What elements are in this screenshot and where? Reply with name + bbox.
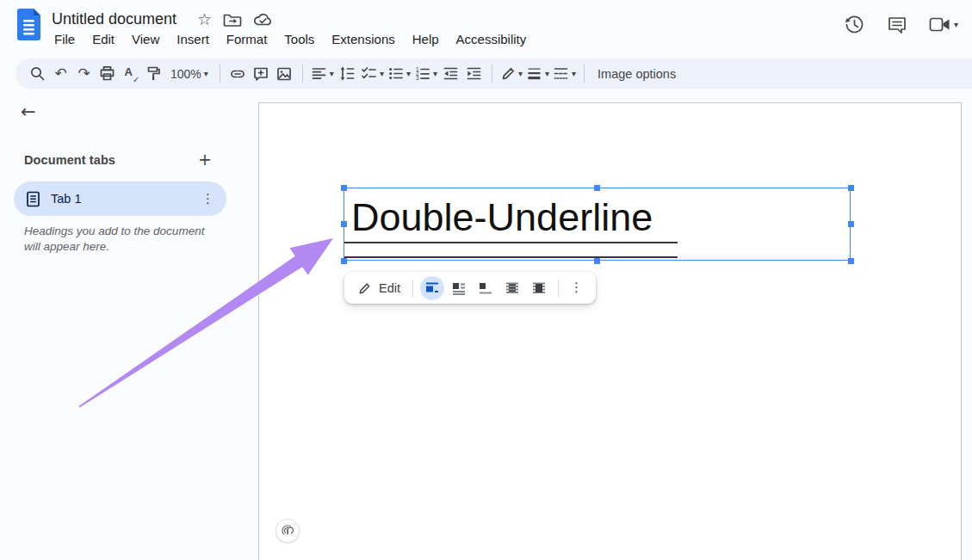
toolbar-divider [558, 280, 559, 297]
align-control[interactable]: ▾ [309, 65, 336, 82]
docs-logo-icon[interactable] [17, 9, 40, 40]
resize-handle-e[interactable] [848, 221, 854, 227]
insert-image-icon[interactable] [273, 62, 296, 85]
border-dash-control[interactable]: ▾ [551, 65, 578, 82]
tab-label: Tab 1 [51, 192, 201, 206]
sidebar-item-tab1[interactable]: Tab 1 ⋮ [14, 182, 226, 216]
redo-icon[interactable]: ↷ [72, 62, 96, 85]
header-actions: ▾ [844, 14, 958, 35]
chevron-down-icon: ▾ [954, 20, 958, 29]
menu-view[interactable]: View [130, 31, 161, 47]
print-icon[interactable] [96, 62, 119, 85]
menu-help[interactable]: Help [411, 31, 441, 47]
add-comment-icon[interactable] [250, 62, 273, 85]
image-selection-box[interactable] [344, 188, 851, 261]
chevron-down-icon: ▾ [406, 69, 411, 78]
chevron-down-icon: ▾ [518, 69, 523, 78]
pencil-icon [358, 281, 372, 295]
title-actions: ☆ [197, 11, 273, 28]
decrease-indent-icon[interactable] [439, 62, 462, 85]
numbered-list-control[interactable]: 1 2 3 ▾ [412, 65, 439, 82]
video-camera-icon [929, 16, 951, 33]
paint-format-icon[interactable] [142, 62, 165, 85]
wrap-inline-button[interactable] [420, 276, 444, 300]
move-folder-icon[interactable] [223, 12, 242, 27]
border-weight-control[interactable]: ▾ [524, 65, 551, 82]
cloud-saved-icon[interactable] [253, 12, 273, 27]
star-icon[interactable]: ☆ [197, 11, 212, 28]
document-tabs-title: Document tabs [24, 153, 115, 167]
resize-handle-n[interactable] [594, 185, 600, 191]
chevron-down-icon: ▾ [330, 69, 334, 78]
toolbar: ↶ ↷ A✓ 100% ▾ [15, 58, 972, 89]
menu-format[interactable]: Format [225, 31, 269, 47]
document-tabs-header: Document tabs + [24, 151, 212, 168]
behind-text-button[interactable] [500, 276, 524, 300]
checklist-control[interactable]: ▾ [359, 65, 386, 82]
document-title[interactable]: Untitled document [52, 10, 176, 28]
bulleted-list-control[interactable]: ▾ [386, 65, 412, 82]
resize-handle-w[interactable] [341, 221, 347, 227]
chevron-down-icon: ▾ [204, 69, 208, 78]
add-tab-icon[interactable]: + [198, 151, 212, 168]
menu-insert[interactable]: Insert [175, 31, 211, 47]
menu-bar: File Edit View Insert Format Tools Exten… [53, 31, 528, 47]
edit-image-button[interactable]: Edit [353, 281, 406, 295]
meet-join-call-control[interactable]: ▾ [929, 16, 958, 33]
in-front-of-text-button[interactable] [527, 276, 551, 300]
toolbar-divider [220, 65, 220, 83]
toolbar-divider [302, 65, 303, 83]
tab-options-kebab-icon[interactable]: ⋮ [201, 193, 214, 206]
zoom-select[interactable]: 100% ▾ [165, 67, 214, 81]
menu-extensions[interactable]: Extensions [330, 31, 396, 47]
headings-helper-text: Headings you add to the document will ap… [24, 224, 210, 254]
search-menus-icon[interactable] [26, 62, 49, 85]
wrap-text-button[interactable] [447, 276, 471, 300]
resize-handle-nw[interactable] [341, 185, 347, 191]
header: Untitled document ☆ File Edit View [0, 0, 972, 53]
image-context-toolbar: Edit [344, 272, 596, 304]
resize-handle-s[interactable] [594, 258, 600, 264]
menu-accessibility[interactable]: Accessibility [455, 31, 529, 47]
image-options-button[interactable]: Image options [597, 67, 676, 81]
version-history-icon[interactable] [844, 14, 865, 35]
resize-handle-ne[interactable] [848, 185, 854, 191]
undo-icon[interactable]: ↶ [49, 62, 72, 85]
increase-indent-icon[interactable] [462, 62, 486, 85]
menu-file[interactable]: File [53, 31, 77, 47]
menu-tools[interactable]: Tools [282, 31, 316, 47]
chevron-down-icon: ▾ [380, 69, 384, 78]
toolbar-divider [492, 65, 492, 83]
break-text-button[interactable] [474, 276, 498, 300]
border-color-control[interactable]: ▾ [498, 66, 524, 82]
tab-document-icon [26, 191, 40, 207]
more-options-kebab-icon[interactable]: ⋮ [566, 281, 587, 294]
insert-link-icon[interactable] [226, 62, 250, 85]
comments-icon[interactable] [887, 15, 907, 35]
toolbar-divider [584, 65, 585, 83]
close-outline-back-icon[interactable]: ← [21, 103, 36, 121]
chevron-down-icon: ▾ [433, 69, 437, 78]
svg-text:3: 3 [416, 75, 419, 81]
help-me-write-icon [280, 523, 295, 538]
google-docs-window: Untitled document ☆ File Edit View [0, 0, 972, 560]
chevron-down-icon: ▾ [572, 69, 576, 78]
line-spacing-icon[interactable] [336, 62, 359, 85]
resize-handle-se[interactable] [848, 258, 854, 264]
resize-handle-sw[interactable] [341, 258, 347, 264]
spell-check-icon[interactable]: A✓ [119, 62, 142, 85]
document-page[interactable]: Double-Underline Edit [258, 102, 962, 560]
toolbar-divider [412, 280, 413, 297]
chevron-down-icon: ▾ [545, 69, 549, 78]
menu-edit[interactable]: Edit [90, 31, 116, 47]
help-me-write-button[interactable] [276, 519, 300, 543]
